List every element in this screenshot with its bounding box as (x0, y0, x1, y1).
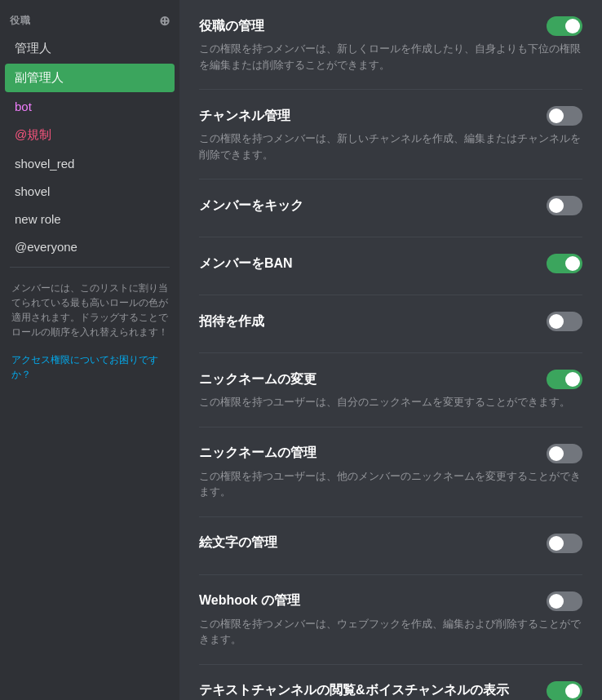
sidebar: 役職 ⊕ 管理人副管理人bot@規制shovel_redshovelnew ro… (0, 0, 179, 700)
sidebar-help-link[interactable]: アクセス権限についてお困りですか？ (0, 346, 179, 388)
sidebar-section-label: 役職 (10, 14, 30, 28)
permission-row-manage-webhook: Webhook の管理この権限を持つメンバーは、ウェブフックを作成、編集および削… (199, 575, 582, 665)
permission-header-manage-nicknames: ニックネームの管理 (199, 444, 582, 463)
permission-header-create-invite: 招待を作成 (199, 312, 582, 331)
toggle-slider-role-management (547, 16, 582, 36)
toggle-slider-manage-emoji (547, 534, 582, 553)
toggle-ban-members[interactable] (547, 254, 582, 273)
permission-header-manage-webhook: Webhook の管理 (199, 591, 582, 611)
toggle-view-channels[interactable] (547, 681, 582, 701)
permission-title-manage-webhook: Webhook の管理 (199, 592, 300, 609)
permission-title-ban-members: メンバーをBAN (199, 255, 293, 272)
toggle-slider-create-invite (547, 312, 582, 331)
permission-header-manage-emoji: 絵文字の管理 (199, 534, 582, 553)
toggle-slider-manage-webhook (547, 591, 582, 611)
sidebar-items-container: 管理人副管理人bot@規制shovel_redshovelnew role@ev… (0, 34, 179, 260)
sidebar-divider (10, 267, 170, 268)
toggle-role-management[interactable] (547, 16, 582, 36)
permission-row-channel-management: チャンネル管理この権限を持つメンバーは、新しいチャンネルを作成、編集またはチャン… (199, 90, 582, 179)
toggle-slider-kick-members (547, 196, 582, 215)
permission-row-change-nickname: ニックネームの変更この権限を持つユーザーは、自分のニックネームを変更することがで… (199, 353, 582, 428)
permission-row-create-invite: 招待を作成 (199, 295, 582, 353)
permission-row-view-channels: テキストチャンネルの閲覧&ボイスチャンネルの表示 (199, 665, 582, 701)
permission-title-kick-members: メンバーをキック (199, 197, 303, 215)
sidebar-note: メンバーには、このリストに割り当てられている最も高いロールの色が適用されます。ド… (0, 274, 179, 346)
permission-row-kick-members: メンバーをキック (199, 179, 582, 237)
permission-desc-manage-webhook: この権限を持つメンバーは、ウェブフックを作成、編集および削除することができます。 (199, 616, 582, 648)
toggle-slider-channel-management (547, 106, 582, 126)
permission-header-role-management: 役職の管理 (199, 16, 582, 36)
toggle-manage-emoji[interactable] (547, 534, 582, 553)
permission-desc-change-nickname: この権限を持つユーザーは、自分のニックネームを変更することができます。 (199, 394, 582, 410)
permission-header-view-channels: テキストチャンネルの閲覧&ボイスチャンネルの表示 (199, 681, 582, 701)
permission-title-view-channels: テキストチャンネルの閲覧&ボイスチャンネルの表示 (199, 682, 509, 699)
permission-row-ban-members: メンバーをBAN (199, 237, 582, 295)
permission-title-role-management: 役職の管理 (199, 18, 264, 35)
toggle-manage-nicknames[interactable] (547, 444, 582, 463)
toggle-manage-webhook[interactable] (547, 591, 582, 611)
permission-desc-role-management: この権限を持つメンバーは、新しくロールを作成したり、自身よりも下位の権限を編集ま… (199, 41, 582, 73)
toggle-slider-change-nickname (547, 370, 582, 389)
permission-header-ban-members: メンバーをBAN (199, 254, 582, 273)
permission-row-manage-nicknames: ニックネームの管理この権限を持つユーザーは、他のメンバーのニックネームを変更する… (199, 428, 582, 517)
sidebar-section-header: 役職 ⊕ (0, 8, 179, 33)
sidebar-item-shovel[interactable]: shovel (5, 178, 175, 205)
toggle-slider-view-channels (547, 681, 582, 701)
toggle-channel-management[interactable] (547, 106, 582, 126)
sidebar-item-bot[interactable]: bot (5, 93, 175, 120)
permission-desc-channel-management: この権限を持つメンバーは、新しいチャンネルを作成、編集またはチャンネルを削除でき… (199, 131, 582, 162)
permission-header-change-nickname: ニックネームの変更 (199, 370, 582, 389)
permission-title-channel-management: チャンネル管理 (199, 108, 290, 125)
toggle-kick-members[interactable] (547, 196, 582, 215)
permissions-list: 役職の管理この権限を持つメンバーは、新しくロールを作成したり、自身よりも下位の権… (199, 0, 582, 700)
permission-title-change-nickname: ニックネームの変更 (199, 371, 316, 388)
permission-title-manage-nicknames: ニックネームの管理 (199, 445, 316, 462)
permission-title-manage-emoji: 絵文字の管理 (199, 534, 277, 552)
permission-title-create-invite: 招待を作成 (199, 313, 264, 330)
sidebar-item-kanrinin[interactable]: 管理人 (5, 34, 175, 63)
toggle-slider-ban-members (547, 254, 582, 273)
permission-row-manage-emoji: 絵文字の管理 (199, 517, 582, 575)
toggle-slider-manage-nicknames (547, 444, 582, 463)
permission-header-channel-management: チャンネル管理 (199, 106, 582, 126)
main-content: 役職の管理この権限を持つメンバーは、新しくロールを作成したり、自身よりも下位の権… (179, 0, 602, 700)
sidebar-item-fuku-kanrinin[interactable]: 副管理人 (5, 64, 175, 92)
sidebar-item-new-role[interactable]: new role (5, 206, 175, 233)
toggle-create-invite[interactable] (547, 312, 582, 331)
permission-row-role-management: 役職の管理この権限を持つメンバーは、新しくロールを作成したり、自身よりも下位の権… (199, 0, 582, 90)
permission-header-kick-members: メンバーをキック (199, 196, 582, 215)
toggle-change-nickname[interactable] (547, 370, 582, 389)
sidebar-item-everyone[interactable]: @everyone (5, 233, 175, 260)
permission-desc-manage-nicknames: この権限を持つユーザーは、他のメンバーのニックネームを変更することができます。 (199, 468, 582, 500)
add-role-icon[interactable]: ⊕ (159, 13, 170, 29)
sidebar-item-shovel-red[interactable]: shovel_red (5, 150, 175, 177)
sidebar-item-kisoku[interactable]: @規制 (5, 121, 175, 149)
